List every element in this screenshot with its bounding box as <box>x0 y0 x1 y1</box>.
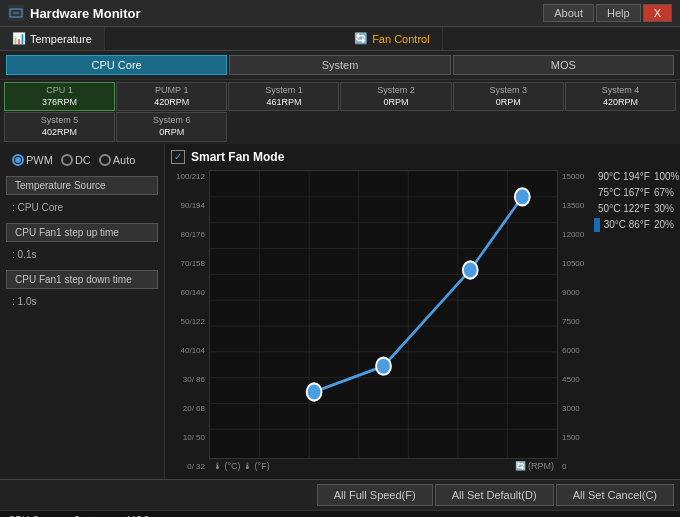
tab-temperature[interactable]: 📊 Temperature <box>0 27 105 50</box>
temp-point-labels: 90°C 194°F 100% 75°C 167°F 67% 50°C 122°… <box>594 170 674 473</box>
fan-tab-icon: 🔄 <box>354 32 368 45</box>
fan-cell-sys4: System 4 420RPM <box>565 82 676 111</box>
svg-point-21 <box>463 261 478 278</box>
auto-radio[interactable]: Auto <box>99 154 136 166</box>
set-default-button[interactable]: All Set Default(D) <box>435 484 554 506</box>
chart-bottom-labels: 🌡 (°C) 🌡 (°F) 🔄 (RPM) <box>209 459 558 473</box>
fan-cell-sys6: System 6 0RPM <box>116 112 227 141</box>
temp-row-75: 75°C 167°F 67% <box>594 186 674 200</box>
fan-cell-pump1: PUMP 1 420RPM <box>116 82 227 111</box>
dc-radio-dot <box>61 154 73 166</box>
mode-row: PWM DC Auto <box>6 150 158 170</box>
fan-tab-label: Fan Control <box>372 33 429 45</box>
smart-fan-header: ✓ Smart Fan Mode <box>171 150 674 164</box>
dc-label: DC <box>75 154 91 166</box>
tab-fancontrol[interactable]: 🔄 Fan Control <box>342 27 442 50</box>
title-bar-buttons: About Help X <box>543 4 672 22</box>
temp-bar-30 <box>594 218 600 232</box>
temp-tab-label: Temperature <box>30 33 92 45</box>
step-down-button[interactable]: CPU Fan1 step down time <box>6 270 158 289</box>
pwm-radio-dot <box>12 154 24 166</box>
chart-wrapper: 100/212 90/194 80/176 70/158 60/140 50/1… <box>171 170 674 473</box>
title-bar-left: Hardware Monitor <box>8 5 141 21</box>
fan-cell-sys3: System 3 0RPM <box>453 82 564 111</box>
temp-row-50: 50°C 122°F 30% <box>594 202 674 216</box>
pwm-label: PWM <box>26 154 53 166</box>
tab-bar: 📊 Temperature 🔄 Fan Control <box>0 27 680 51</box>
smart-fan-label: Smart Fan Mode <box>191 150 284 164</box>
rpm-axis-labels: 15000 13500 12000 10500 9000 7500 6000 4… <box>560 170 592 473</box>
temp-tab-icon: 📊 <box>12 32 26 45</box>
left-panel: PWM DC Auto Temperature Source : CPU Cor… <box>0 144 165 479</box>
step-up-value: : 0.1s <box>6 248 158 264</box>
fan-cell-sys1: System 1 461RPM <box>228 82 339 111</box>
temp-source-value: : CPU Core <box>6 201 158 217</box>
fan-selector-tabs: CPU Core System MOS <box>0 51 680 80</box>
about-button[interactable]: About <box>543 4 594 22</box>
auto-label: Auto <box>113 154 136 166</box>
temp-row-30: 30°C 86°F 20% <box>594 218 674 232</box>
chart-area: 🌡 (°C) 🌡 (°F) 🔄 (RPM) <box>209 170 558 473</box>
svg-point-19 <box>307 383 322 400</box>
step-up-button[interactable]: CPU Fan1 step up time <box>6 223 158 242</box>
temp-row-90: 90°C 194°F 100% <box>594 170 674 184</box>
auto-radio-dot <box>99 154 111 166</box>
chart-temp-unit: 🌡 (°C) 🌡 (°F) <box>213 461 270 471</box>
pwm-radio[interactable]: PWM <box>12 154 53 166</box>
help-button[interactable]: Help <box>596 4 641 22</box>
fan-cell-cpu1: CPU 1 376RPM <box>4 82 115 111</box>
bottom-bar: CPU Core 31°C 87°F System 34°C 93°F MOS … <box>0 510 680 517</box>
fan-tab-system[interactable]: System <box>229 55 450 75</box>
chart-rpm-unit: 🔄 (RPM) <box>515 461 555 471</box>
title-bar: Hardware Monitor About Help X <box>0 0 680 27</box>
right-panel: ✓ Smart Fan Mode 100/212 90/194 80/176 7… <box>165 144 680 479</box>
full-speed-button[interactable]: All Full Speed(F) <box>317 484 433 506</box>
y-axis-labels: 100/212 90/194 80/176 70/158 60/140 50/1… <box>171 170 207 473</box>
fan-tab-cpucore[interactable]: CPU Core <box>6 55 227 75</box>
fan-cell-sys2: System 2 0RPM <box>340 82 451 111</box>
temp-source-button[interactable]: Temperature Source <box>6 176 158 195</box>
app-icon <box>8 5 24 21</box>
fan-curve-chart[interactable] <box>209 170 558 459</box>
smart-fan-checkbox[interactable]: ✓ <box>171 150 185 164</box>
close-button[interactable]: X <box>643 4 672 22</box>
fan-tab-mos[interactable]: MOS <box>453 55 674 75</box>
svg-point-20 <box>376 357 391 374</box>
main-content: PWM DC Auto Temperature Source : CPU Cor… <box>0 144 680 479</box>
step-down-value: : 1.0s <box>6 295 158 311</box>
dc-radio[interactable]: DC <box>61 154 91 166</box>
app-title: Hardware Monitor <box>30 6 141 21</box>
action-bar: All Full Speed(F) All Set Default(D) All… <box>0 479 680 510</box>
set-cancel-button[interactable]: All Set Cancel(C) <box>556 484 674 506</box>
svg-point-22 <box>515 188 530 205</box>
fan-cell-sys5: System 5 402RPM <box>4 112 115 141</box>
fan-speed-grid: CPU 1 376RPM PUMP 1 420RPM System 1 461R… <box>0 80 680 144</box>
